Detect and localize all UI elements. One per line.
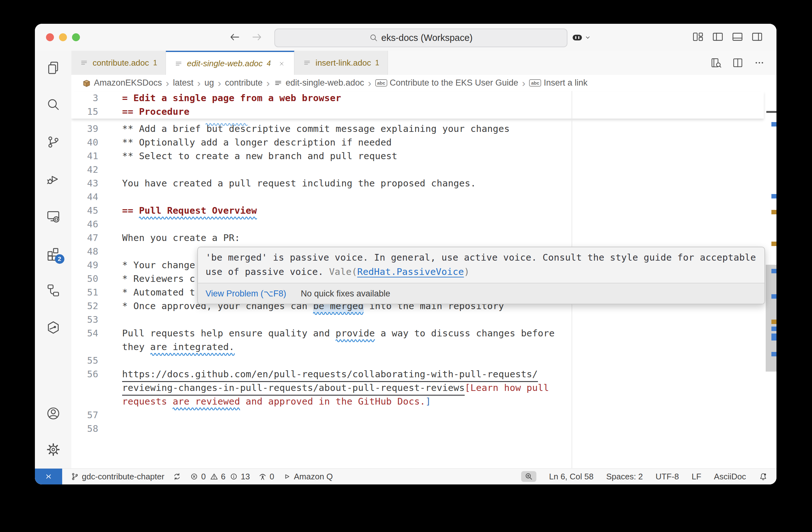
- command-center[interactable]: eks-docs (Workspace): [274, 29, 567, 47]
- activity-item-references[interactable]: [43, 281, 63, 300]
- back-icon[interactable]: [228, 31, 241, 43]
- editor[interactable]: 3= Edit a single page from a web browser…: [71, 91, 777, 469]
- status-left: gdc-contribute-chapter06130Amazon Q: [35, 469, 333, 485]
- code-line-39[interactable]: 39** Add a brief but descriptive commit …: [71, 122, 777, 136]
- line-text: https://docs.github.com/en/pull-requests…: [122, 367, 538, 382]
- line-number: 52: [71, 299, 98, 313]
- remote-explorer-icon: [46, 209, 61, 223]
- status-right: Ln 6, Col 58Spaces: 2UTF-8LFAsciiDoc: [521, 471, 777, 482]
- activity-item-source-control[interactable]: [43, 132, 63, 152]
- activity-item-remote-explorer[interactable]: [43, 206, 63, 226]
- code-line-57[interactable]: 57: [71, 408, 777, 422]
- title-bar: eks-docs (Workspace): [35, 24, 777, 51]
- breadcrumb-item-contribute-to-the-eks-user-guide[interactable]: abcContribute to the EKS User Guide: [375, 78, 518, 88]
- status-bar: gdc-contribute-chapter06130Amazon Q Ln 6…: [35, 468, 777, 485]
- copilot-icon[interactable]: [571, 32, 583, 43]
- breadcrumb-item-insert-a-link[interactable]: abcInsert a link: [529, 78, 588, 88]
- status-ports[interactable]: 0: [258, 472, 274, 482]
- code-line-55[interactable]: 55: [71, 354, 777, 367]
- tab-problem-badge: 1: [153, 59, 157, 67]
- remote-indicator[interactable]: [35, 469, 62, 485]
- chevron-down-icon[interactable]: [584, 33, 592, 42]
- minimize-window-button[interactable]: [59, 33, 67, 41]
- code-line-44[interactable]: 44: [71, 190, 777, 204]
- code-line-43[interactable]: 43You have created a pull request includ…: [71, 177, 777, 190]
- status-problems-infos[interactable]: 13: [229, 472, 250, 482]
- line-text: == Pull Request Overview: [122, 204, 257, 218]
- activity-item-settings[interactable]: [43, 440, 63, 459]
- line-number: 39: [71, 122, 98, 136]
- code-line-40[interactable]: 40** Optionally add a longer description…: [71, 136, 777, 149]
- close-icon[interactable]: [277, 60, 286, 68]
- code-line-41[interactable]: 41** Select to create a new branch and p…: [71, 149, 777, 163]
- more-actions-icon[interactable]: [754, 57, 765, 69]
- code-line-46[interactable]: 46: [71, 218, 777, 231]
- status-git-branch[interactable]: gdc-contribute-chapter: [70, 472, 164, 482]
- panel-right-icon[interactable]: [751, 31, 763, 43]
- breadcrumb-item-latest[interactable]: latest: [173, 78, 193, 88]
- status-cursor-position[interactable]: Ln 6, Col 58: [549, 472, 593, 482]
- breadcrumb-item-amazoneksdocs[interactable]: AmazonEKSDocs: [82, 78, 162, 88]
- close-window-button[interactable]: [46, 33, 54, 41]
- status-problems-warnings[interactable]: 6: [210, 472, 226, 482]
- preview-icon[interactable]: [710, 57, 722, 69]
- breadcrumb-item-edit-single-web.adoc[interactable]: edit-single-web.adoc: [273, 78, 364, 88]
- zoom-window-button[interactable]: [72, 33, 80, 41]
- tab-insert-link.adoc[interactable]: insert-link.adoc1: [294, 51, 388, 75]
- adoc-file-icon: [174, 59, 183, 68]
- status-encoding[interactable]: UTF-8: [656, 472, 679, 482]
- layout-icon[interactable]: [692, 31, 704, 43]
- activity-item-aws-toolkit[interactable]: [43, 318, 63, 337]
- code-line-wrap[interactable]: reviewing-changes-in-pull-requests/about…: [71, 381, 777, 395]
- activity-item-search[interactable]: [43, 95, 63, 115]
- status-problems-errors[interactable]: 0: [190, 472, 205, 482]
- status-eol[interactable]: LF: [692, 472, 701, 482]
- code-line-15[interactable]: 15== Procedure: [71, 105, 764, 119]
- breadcrumb-label: AmazonEKSDocs: [94, 78, 162, 88]
- code-line-45[interactable]: 45== Pull Request Overview: [71, 204, 777, 218]
- code-line-56[interactable]: 56https://docs.github.com/en/pull-reques…: [71, 367, 777, 381]
- status-indentation[interactable]: Spaces: 2: [606, 472, 643, 482]
- search-icon: [46, 98, 61, 112]
- status-language-mode[interactable]: AsciiDoc: [714, 472, 746, 482]
- code-line-54[interactable]: 54Pull requests help ensure quality and …: [71, 327, 777, 340]
- code-line-53[interactable]: 53: [71, 313, 777, 327]
- line-number: 3: [71, 91, 98, 105]
- status-notifications[interactable]: [759, 472, 768, 481]
- status-amazon-q[interactable]: Amazon Q: [282, 472, 333, 482]
- tab-contribute.adoc[interactable]: contribute.adoc1: [71, 51, 166, 75]
- activity-item-explorer[interactable]: [43, 58, 63, 78]
- activity-item-extensions[interactable]: 2: [43, 243, 63, 263]
- tab-edit-single-web.adoc[interactable]: edit-single-web.adoc4: [166, 51, 294, 75]
- code-line-wrap[interactable]: they are integrated.: [71, 340, 777, 354]
- split-editor-icon[interactable]: [732, 57, 743, 69]
- activity-bar: 2: [35, 51, 72, 469]
- panel-bottom-icon[interactable]: [731, 31, 743, 43]
- status-zoom-indicator[interactable]: [521, 471, 536, 482]
- activity-item-run-debug[interactable]: [43, 169, 63, 189]
- line-number: 40: [71, 136, 98, 149]
- line-number: 42: [71, 163, 98, 177]
- panel-left-icon[interactable]: [712, 31, 724, 43]
- view-problem-link[interactable]: View Problem (⌥F8): [205, 289, 286, 299]
- breadcrumb-item-contribute[interactable]: contribute: [225, 78, 263, 88]
- overview-ruler-mark-blue: [771, 122, 777, 127]
- forward-icon[interactable]: [250, 31, 263, 43]
- code-line-3[interactable]: 3= Edit a single page from a web browser: [71, 91, 764, 105]
- line-number: 48: [71, 245, 98, 258]
- overview-ruler-mark-blue: [771, 294, 777, 299]
- status-label: gdc-contribute-chapter: [82, 472, 164, 482]
- search-icon: [369, 34, 378, 43]
- code-line-42[interactable]: 42: [71, 163, 777, 177]
- line-number: 55: [71, 354, 98, 367]
- breadcrumb-label: latest: [173, 78, 193, 88]
- tab-label: edit-single-web.adoc: [187, 59, 263, 69]
- tab-problem-badge: 4: [267, 59, 271, 68]
- activity-item-accounts[interactable]: [43, 403, 63, 423]
- status-sync[interactable]: [173, 472, 182, 481]
- code-line-47[interactable]: 47When you create a PR:: [71, 231, 777, 245]
- code-line-58[interactable]: 58: [71, 422, 777, 435]
- code-line-wrap[interactable]: requests are reviewed and approved in th…: [71, 395, 777, 408]
- rule-link[interactable]: RedHat.PassiveVoice: [357, 266, 464, 277]
- breadcrumb-item-ug[interactable]: ug: [204, 78, 214, 88]
